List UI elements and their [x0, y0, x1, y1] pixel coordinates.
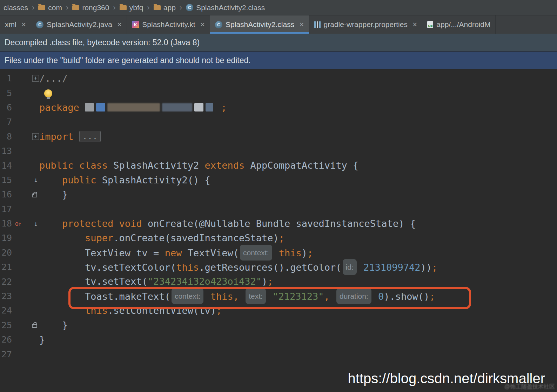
redacted-block — [107, 103, 160, 111]
breadcrumb-item-rong360[interactable]: rong360 — [72, 4, 109, 12]
token: TextView tv = — [39, 248, 165, 258]
code-text[interactable]: package ; — [36, 100, 557, 115]
code-line-27[interactable]: 27 — [0, 347, 557, 361]
close-icon[interactable]: × — [21, 21, 26, 29]
code-text[interactable]: TextView tv = new TextView(context: this… — [36, 245, 557, 261]
fold-icon[interactable]: + — [32, 75, 39, 82]
tab-SplashActivity2.class[interactable]: CSplashActivity2.class× — [210, 15, 309, 34]
override-marker-icon[interactable]: ↓ — [34, 176, 38, 184]
code-line-14[interactable]: 14public class SplashActivity2 extends A… — [0, 158, 557, 173]
code-line-13[interactable]: 13 — [0, 144, 557, 158]
token: } — [39, 320, 68, 331]
close-icon[interactable]: × — [412, 21, 417, 29]
token: new — [165, 248, 182, 258]
token: this — [279, 248, 302, 258]
code-line-7[interactable]: 7 — [0, 115, 557, 129]
watermark-corner: @饰工随盈技术社区 — [504, 383, 555, 391]
token: .setContentView(tv) — [108, 305, 216, 316]
token: ) — [262, 276, 267, 287]
gutter: + — [23, 75, 36, 82]
code-line-6[interactable]: 6package ; — [0, 100, 557, 115]
redacted-block — [162, 103, 192, 111]
token — [39, 218, 62, 229]
line-number: 1 — [0, 73, 13, 83]
fold-icon[interactable]: + — [32, 133, 39, 140]
code-line-24[interactable]: 24 this.setContentView(tv); — [0, 303, 557, 318]
token: text: — [246, 288, 266, 304]
code-line-15[interactable]: 15↓ public SplashActivity2() { — [0, 173, 557, 187]
breadcrumb-item-com[interactable]: com — [38, 4, 62, 12]
breadcrumb-item-SplashActivity2.class[interactable]: CSplashActivity2.class — [186, 4, 265, 12]
code-text[interactable]: } — [36, 318, 557, 332]
breadcrumb-item-classes[interactable]: classes — [4, 4, 28, 12]
code-line-1[interactable]: 1+/.../ — [0, 71, 557, 86]
code-text[interactable]: Toast.makeText(context: this, text: "212… — [36, 288, 557, 304]
tab-app/.../AndroidM[interactable]: MFapp/.../AndroidM — [422, 15, 496, 34]
code-line-25[interactable]: 25 } — [0, 318, 557, 332]
code-line-17[interactable]: 17 — [0, 202, 557, 216]
breadcrumb-separator: › — [66, 3, 68, 12]
folded-region[interactable]: ... — [79, 131, 101, 142]
code-line-16[interactable]: 16 } — [0, 187, 557, 202]
override-icon[interactable]: o↑ — [13, 220, 23, 227]
editor[interactable]: 1+/.../56package ;78+import ...1314publi… — [0, 69, 557, 392]
token: class — [79, 160, 108, 171]
code-text[interactable]: this.setContentView(tv); — [36, 303, 557, 318]
token: this — [176, 262, 199, 273]
code-line-23[interactable]: 23 Toast.makeText(context: this, text: "… — [0, 289, 557, 303]
code-text[interactable]: } — [36, 187, 557, 202]
token: super — [85, 232, 113, 243]
code-text[interactable] — [36, 86, 557, 100]
code-text[interactable]: /.../ — [36, 71, 557, 86]
override-marker-icon[interactable]: ↓ — [34, 219, 38, 228]
tab-bar: xml×CSplashActivity2.java×KSplashActivit… — [0, 15, 557, 34]
code-line-20[interactable]: 20 TextView tv = new TextView(context: t… — [0, 245, 557, 260]
code-area[interactable]: 1+/.../56package ;78+import ...1314publi… — [0, 71, 557, 361]
code-line-18[interactable]: 18o↑↓ protected void onCreate(@Nullable … — [0, 216, 557, 231]
token: ) — [302, 248, 307, 258]
token — [39, 305, 85, 316]
lock-icon — [32, 194, 37, 197]
tab-xml[interactable]: xml× — [0, 15, 31, 34]
breadcrumb-item-ybfq[interactable]: ybfq — [120, 4, 143, 12]
line-number: 5 — [0, 88, 13, 98]
code-line-19[interactable]: 19 super.onCreate(savedInstanceState); — [0, 231, 557, 245]
tab-gradle-wrapper.properties[interactable]: gradle-wrapper.properties× — [309, 15, 423, 34]
code-text[interactable]: public SplashActivity2() { — [36, 173, 557, 187]
code-line-26[interactable]: 26} — [0, 332, 557, 347]
token: .onCreate(savedInstanceState) — [113, 232, 278, 243]
code-line-5[interactable]: 5 — [0, 86, 557, 100]
token: SplashActivity2() { — [96, 175, 210, 185]
code-text[interactable]: tv.setText("234234i32o423oi432"); — [36, 274, 557, 289]
breadcrumb-item-app[interactable]: app — [154, 4, 176, 12]
token: 2131099742 — [363, 262, 421, 273]
token: Toast.makeText( — [39, 291, 170, 302]
tab-label: xml — [5, 20, 16, 29]
code-text[interactable]: protected void onCreate(@Nullable Bundle… — [36, 216, 557, 231]
tab-SplashActivity.kt[interactable]: KSplashActivity.kt× — [127, 15, 210, 34]
line-number: 25 — [0, 320, 13, 330]
token: duration: — [336, 288, 371, 304]
line-number: 27 — [0, 349, 13, 359]
tab-SplashActivity2.java[interactable]: CSplashActivity2.java× — [31, 15, 127, 34]
close-icon[interactable]: × — [200, 21, 205, 29]
redacted-block — [85, 103, 94, 111]
code-line-8[interactable]: 8+import ... — [0, 129, 557, 144]
code-text[interactable]: } — [36, 332, 557, 347]
close-icon[interactable]: × — [299, 21, 304, 29]
code-text[interactable]: public class SplashActivity2 extends App… — [36, 158, 557, 173]
breadcrumb-label: com — [48, 4, 62, 12]
code-text[interactable]: import ... — [36, 129, 557, 144]
breadcrumb-separator: › — [180, 3, 182, 12]
breadcrumb-label: rong360 — [82, 4, 109, 12]
line-number: 24 — [0, 305, 13, 316]
line-number: 8 — [0, 131, 13, 142]
close-icon[interactable]: × — [117, 21, 122, 29]
token: /.../ — [39, 73, 68, 84]
code-line-22[interactable]: 22 tv.setText("234234i32o423oi432"); — [0, 274, 557, 289]
code-text[interactable]: tv.setTextColor(this.getResources().getC… — [36, 259, 557, 275]
code-text[interactable]: super.onCreate(savedInstanceState); — [36, 231, 557, 245]
code-line-21[interactable]: 21 tv.setTextColor(this.getResources().g… — [0, 260, 557, 274]
intention-bulb-icon[interactable] — [44, 89, 52, 97]
banner-decompiled: Decompiled .class file, bytecode version… — [0, 34, 557, 52]
